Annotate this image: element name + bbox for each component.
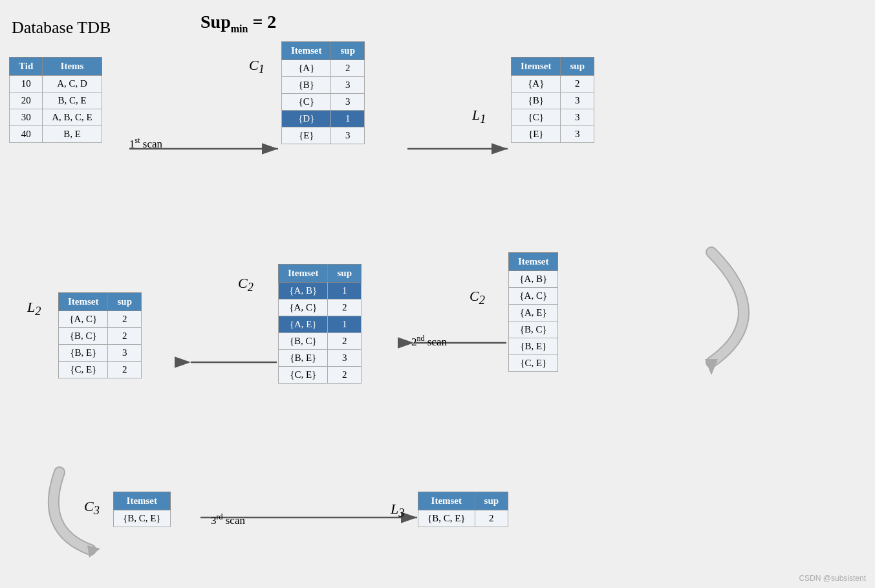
- table-row: {A, E}: [509, 305, 558, 321]
- table-row: 20 B, C, E: [10, 93, 102, 109]
- c2-sup: 1: [328, 316, 362, 333]
- scan3-sup: rd: [217, 512, 223, 521]
- svg-marker-4: [705, 359, 718, 375]
- tdb-tid: 20: [10, 93, 43, 109]
- l3-table: Itemset sup {B, C, E} 2: [418, 492, 508, 527]
- l2-header-itemset: Itemset: [59, 293, 108, 311]
- c2-right-label: C2: [470, 288, 485, 307]
- l1-table: Itemset sup {A} 2 {B} 3 {C} 3 {E}: [511, 57, 594, 143]
- l2-itemset: {B, E}: [59, 345, 108, 362]
- c2r-itemset: {C, E}: [509, 355, 558, 372]
- c2-header-sup: sup: [328, 265, 362, 283]
- scan1-number: 1: [129, 138, 135, 150]
- table-row: {C, E} 2: [279, 367, 362, 384]
- scan2-sup: nd: [417, 334, 425, 343]
- l3-sub: 3: [398, 506, 404, 519]
- table-row: {E} 3: [512, 126, 594, 143]
- c2-itemset: {A, C}: [279, 299, 328, 316]
- table-row: {E} 3: [282, 127, 365, 144]
- c1-sup: 2: [331, 60, 365, 77]
- tdb-table: Tid Items 10 A, C, D 20 B, C, E 30 A, B,…: [9, 57, 102, 143]
- l1-sup: 3: [561, 126, 594, 143]
- scan3-number: 3: [211, 514, 217, 527]
- l2-sub: 2: [35, 305, 41, 318]
- c3-itemset: {B, C, E}: [114, 510, 171, 527]
- scan2-text: scan: [425, 336, 447, 348]
- scan2-number: 2: [411, 336, 417, 348]
- scan2-group: 2nd scan: [411, 334, 447, 349]
- c2-header-itemset: Itemset: [279, 265, 328, 283]
- c2-itemset: {B, E}: [279, 350, 328, 367]
- table-row: {C, E} 2: [59, 362, 142, 378]
- c1-itemset: {D}: [282, 111, 331, 127]
- c1-sup: 3: [331, 94, 365, 111]
- table-row: {A, C} 2: [59, 311, 142, 328]
- l1-sup: 3: [561, 109, 594, 126]
- table-row: {D} 1: [282, 111, 365, 127]
- l1-header-itemset: Itemset: [512, 58, 561, 76]
- table-row: {A, C} 2: [279, 299, 362, 316]
- l1-itemset: {A}: [512, 76, 561, 93]
- l2-table: Itemset sup {A, C} 2 {B, C} 2 {B, E} 3: [58, 292, 142, 378]
- l3-itemset: {B, C, E}: [418, 510, 475, 527]
- table-row: {B, C}: [509, 321, 558, 338]
- scan1-group: 1st scan: [129, 136, 162, 151]
- tdb-items: A, C, D: [43, 76, 102, 93]
- db-label: Database TDB: [12, 18, 111, 38]
- tdb-items: B, C, E: [43, 93, 102, 109]
- tdb-items: B, E: [43, 126, 102, 143]
- sup-value: = 2: [248, 12, 276, 32]
- main-container: { "title": "Apriori Algorithm Visualizat…: [0, 0, 875, 588]
- c2r-itemset: {A, C}: [509, 288, 558, 305]
- watermark: CSDN @subsistent: [799, 574, 866, 583]
- table-row: {B, E} 3: [59, 345, 142, 362]
- table-row: 40 B, E: [10, 126, 102, 143]
- table-row: {B, C, E}: [114, 510, 171, 527]
- c2r-itemset: {B, C}: [509, 321, 558, 338]
- sup-text: Sup: [200, 12, 231, 32]
- table-row: {A, B}: [509, 271, 558, 288]
- l1-itemset: {C}: [512, 109, 561, 126]
- table-row: {B, C, E} 2: [418, 510, 508, 527]
- c2r-itemset: {B, E}: [509, 338, 558, 355]
- c2-sup: 2: [328, 299, 362, 316]
- c1-itemset: {A}: [282, 60, 331, 77]
- c1-sup: 3: [331, 127, 365, 144]
- l1-header-sup: sup: [561, 58, 594, 76]
- c3-label: C3: [84, 498, 100, 517]
- c2-itemset: {C, E}: [279, 367, 328, 384]
- table-row: {B, E}: [509, 338, 558, 355]
- sup-sub: min: [231, 23, 248, 34]
- c2-itemset: {A, E}: [279, 316, 328, 333]
- c2-itemset: {B, C}: [279, 333, 328, 350]
- tdb-header-items: Items: [43, 58, 102, 76]
- tdb-header-tid: Tid: [10, 58, 43, 76]
- c2-sup: 2: [328, 367, 362, 384]
- l2-label: L2: [27, 299, 41, 318]
- c1-header-itemset: Itemset: [282, 42, 331, 60]
- table-row: {A, C}: [509, 288, 558, 305]
- l3-sup: 2: [475, 510, 508, 527]
- scan1-sup: st: [135, 136, 140, 145]
- l2-itemset: {C, E}: [59, 362, 108, 378]
- c2r-header-itemset: Itemset: [509, 253, 558, 271]
- c1-itemset: {C}: [282, 94, 331, 111]
- table-row: {C} 3: [512, 109, 594, 126]
- c1-label: C1: [249, 57, 265, 76]
- table-row: {A, E} 1: [279, 316, 362, 333]
- tdb-tid: 40: [10, 126, 43, 143]
- l1-sub: 1: [480, 113, 486, 125]
- table-row: {A} 2: [512, 76, 594, 93]
- l3-header-sup: sup: [475, 492, 508, 510]
- c1-header-sup: sup: [331, 42, 365, 60]
- table-row: {B, C} 2: [279, 333, 362, 350]
- c2-itemset: {A, B}: [279, 283, 328, 299]
- table-row: {B, C} 2: [59, 328, 142, 345]
- c1-sub: 1: [259, 63, 265, 76]
- c2-left-label: C2: [238, 275, 254, 294]
- c1-itemset: {B}: [282, 77, 331, 94]
- c2-center-table: Itemset sup {A, B} 1 {A, C} 2 {A, E} 1: [278, 264, 362, 384]
- l2-itemset: {A, C}: [59, 311, 108, 328]
- c1-sup: 3: [331, 77, 365, 94]
- c2r-itemset: {A, B}: [509, 271, 558, 288]
